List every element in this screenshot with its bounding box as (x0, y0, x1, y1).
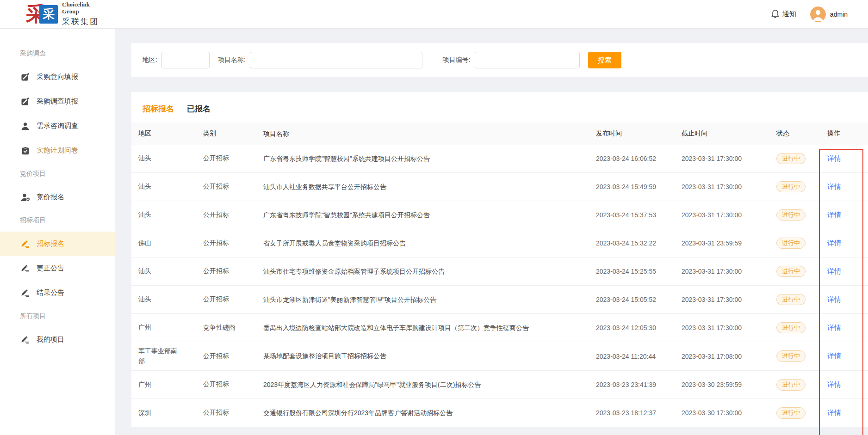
top-bar: 采 采 ChoicelinkGroup 采联集团 通知 admin (0, 0, 868, 29)
sidebar-section-label: 所有项目 (0, 305, 115, 327)
sidebar-item-label: 需求咨询调查 (37, 122, 78, 130)
region-filter: 地区: (143, 52, 210, 68)
project-name-filter: 项目名称: (218, 52, 434, 68)
sidebar-item-label: 招标报名 (37, 239, 64, 248)
cell-publish-time: 2023-03-24 15:49:59 (596, 179, 682, 195)
sidebar-section-label: 采购调查 (0, 43, 115, 65)
sidebar-item[interactable]: 需求咨询调查 (0, 114, 115, 138)
status-badge: 进行中 (776, 407, 806, 419)
table-row: 汕头 公开招标 汕头市人社业务数据共享平台公开招标公告 2023-03-24 1… (131, 173, 868, 201)
cell-region: 广州 (138, 319, 203, 337)
cell-category: 公开招标 (203, 235, 263, 251)
detail-link[interactable]: 详情 (827, 211, 841, 219)
sidebar-item-label: 采购调查填报 (37, 97, 78, 106)
status-badge: 进行中 (776, 266, 806, 277)
detail-link[interactable]: 详情 (827, 409, 841, 417)
cell-category: 公开招标 (203, 376, 263, 393)
edit-square-icon (20, 73, 30, 81)
cell-deadline-time: 2023-03-31 17:30:00 (682, 151, 776, 166)
column-header: 状态 (776, 125, 827, 142)
avatar (810, 6, 826, 22)
tab-bid-registration[interactable]: 招标报名 (143, 104, 174, 114)
sidebar-item[interactable]: 竞价报名 (0, 185, 115, 209)
tabs: 招标报名 已报名 (131, 101, 868, 116)
cell-publish-time: 2023-03-24 16:06:52 (596, 151, 682, 166)
table-row: 广州 竞争性磋商 番禺出入境边防检查站站部大院改造和立体电子车库购建设计项目（第… (131, 314, 868, 342)
project-number-filter: 项目编号: (443, 52, 580, 68)
user-menu[interactable]: admin (810, 6, 848, 22)
top-right: 通知 admin (771, 6, 848, 22)
cell-project-name: 交通银行股份有限公司深圳分行2023年品牌客户答谢活动招标公告 (263, 404, 596, 422)
cell-publish-time: 2023-03-24 12:05:30 (596, 320, 682, 336)
cell-project-name: 汕头市龙湖区新津街道"美丽新津智慧管理"项目公开招标公告 (263, 291, 596, 309)
main-content: 地区: 项目名称: 项目编号: 搜索 招标报名 已报名 地区类别项目名称发布时间… (115, 29, 868, 435)
logo-blue-mark: 采 (39, 5, 58, 24)
sidebar-item[interactable]: 招标报名 (0, 232, 115, 256)
cell-deadline-time: 2023-03-31 17:30:00 (682, 292, 776, 307)
detail-link[interactable]: 详情 (827, 295, 841, 303)
table-row: 汕头 公开招标 广东省粤东技师学院"智慧校园"系统共建项目公开招标公告 2023… (131, 201, 868, 229)
detail-link[interactable]: 详情 (827, 239, 841, 247)
tab-registered[interactable]: 已报名 (187, 104, 211, 114)
status-badge: 进行中 (776, 294, 806, 306)
sidebar-item-label: 更正公告 (37, 264, 64, 273)
sidebar-item[interactable]: 采购意向填报 (0, 65, 115, 89)
notification-button[interactable]: 通知 (771, 9, 796, 20)
cell-publish-time: 2023-03-24 11:20:44 (596, 349, 682, 364)
cell-project-name: 2023年度荔湾区人力资源和社会保障局"绿马甲"就业服务项目(二次)招标公告 (263, 376, 596, 394)
person-check-icon (20, 193, 30, 201)
table-row: 佛山 公开招标 省女子所开展戒毒人员食堂物资采购项目招标公告 2023-03-2… (131, 229, 868, 257)
cell-category: 公开招标 (203, 178, 263, 195)
detail-link[interactable]: 详情 (827, 267, 841, 275)
region-input[interactable] (161, 52, 210, 68)
table-row: 汕头 公开招标 广东省粤东技师学院"智慧校园"系统共建项目公开招标公告 2023… (131, 145, 868, 173)
region-label: 地区: (143, 56, 157, 64)
cell-category: 公开招标 (203, 207, 263, 223)
sidebar-item[interactable]: 采购调查填报 (0, 89, 115, 114)
project-number-input[interactable] (475, 52, 580, 68)
detail-link[interactable]: 详情 (827, 154, 841, 162)
cell-region: 深圳 (138, 404, 203, 423)
status-badge: 进行中 (776, 322, 806, 334)
cell-deadline-time: 2023-03-31 17:30:00 (682, 263, 776, 279)
table-body: 汕头 公开招标 广东省粤东技师学院"智慧校园"系统共建项目公开招标公告 2023… (131, 145, 868, 427)
edit-square-icon (20, 98, 30, 105)
cell-category: 公开招标 (203, 150, 263, 167)
sidebar-item-label: 实施计划问卷 (37, 146, 78, 155)
cell-region: 军工事业部南部 (138, 342, 203, 370)
sidebar-item[interactable]: 实施计划问卷 (0, 138, 115, 163)
status-badge: 进行中 (776, 181, 806, 193)
project-number-label: 项目编号: (443, 56, 471, 64)
table-row: 军工事业部南部 公开招标 某场地配套设施整治项目施工招标招标公告 2023-03… (131, 342, 868, 371)
project-name-label: 项目名称: (218, 56, 246, 64)
search-bar: 地区: 项目名称: 项目编号: 搜索 (131, 43, 868, 77)
sidebar-item-label: 竞价报名 (37, 193, 64, 202)
bell-icon (771, 9, 780, 20)
cell-publish-time: 2023-03-23 23:41:39 (596, 377, 682, 392)
table-row: 汕头 公开招标 汕头市龙湖区新津街道"美丽新津智慧管理"项目公开招标公告 202… (131, 286, 868, 314)
pencil-icon (20, 336, 30, 343)
sidebar-item[interactable]: 结果公告 (0, 281, 115, 305)
cell-region: 汕头 (138, 178, 203, 196)
detail-link[interactable]: 详情 (827, 352, 841, 360)
sidebar-item-label: 我的项目 (37, 335, 64, 344)
cell-category: 公开招标 (203, 348, 263, 365)
column-header: 截止时间 (682, 125, 776, 142)
sidebar-item[interactable]: 更正公告 (0, 256, 115, 281)
status-badge: 进行中 (776, 379, 806, 391)
sidebar-section-label: 竞价项目 (0, 163, 115, 185)
detail-link[interactable]: 详情 (827, 183, 841, 190)
status-badge: 进行中 (776, 153, 806, 165)
project-name-input[interactable] (250, 52, 422, 68)
table-row: 深圳 公开招标 交通银行股份有限公司深圳分行2023年品牌客户答谢活动招标公告 … (131, 399, 868, 427)
detail-link[interactable]: 详情 (827, 324, 841, 331)
cell-deadline-time: 2023-03-31 17:30:00 (682, 320, 776, 336)
cell-deadline-time: 2023-03-31 17:08:00 (682, 349, 776, 364)
notification-label: 通知 (782, 10, 796, 18)
sidebar-item[interactable]: 我的项目 (0, 327, 115, 352)
search-button[interactable]: 搜索 (588, 52, 621, 68)
cell-project-name: 汕头市人社业务数据共享平台公开招标公告 (263, 178, 596, 196)
detail-link[interactable]: 详情 (827, 380, 841, 388)
cell-deadline-time: 2023-03-31 23:59:59 (682, 235, 776, 251)
logo-name-zh: 采联集团 (62, 16, 99, 27)
